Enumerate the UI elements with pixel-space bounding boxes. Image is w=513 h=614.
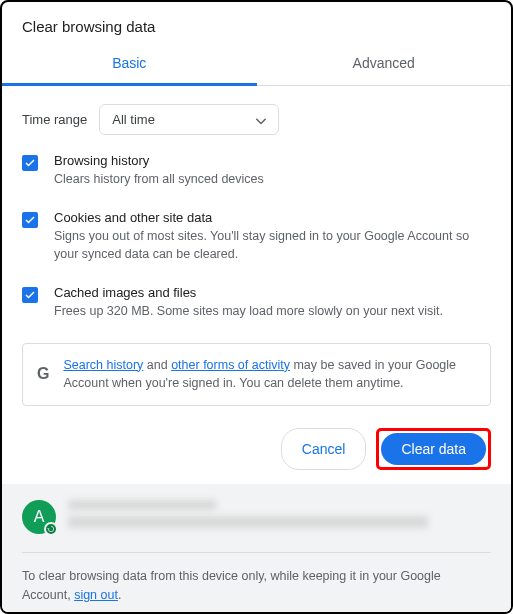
cancel-button[interactable]: Cancel [281,428,367,470]
caret-down-icon [256,112,266,127]
item-browsing-history: Browsing history Clears history from all… [22,153,491,188]
tab-basic[interactable]: Basic [2,43,257,86]
item-title: Cookies and other site data [54,210,491,225]
account-info-redacted [68,500,491,534]
item-cookies: Cookies and other site data Signs you ou… [22,210,491,263]
dialog-content: Time range All time Browsing history Cle… [2,86,511,406]
dialog-footer: A To clear browsing data from this devic… [2,484,511,614]
other-activity-link[interactable]: other forms of activity [171,358,290,372]
time-range-select[interactable]: All time [99,104,279,135]
checkbox-cookies[interactable] [22,212,38,228]
tab-advanced[interactable]: Advanced [257,43,512,85]
dialog-title: Clear browsing data [22,18,491,35]
item-text: Browsing history Clears history from all… [54,153,491,188]
time-range-row: Time range All time [22,104,491,135]
tab-bar: Basic Advanced [2,43,511,86]
dialog-header: Clear browsing data [2,2,511,43]
time-range-label: Time range [22,112,87,127]
time-range-value: All time [112,112,155,127]
item-desc: Signs you out of most sites. You'll stay… [54,227,491,263]
item-text: Cookies and other site data Signs you ou… [54,210,491,263]
dialog-actions: Cancel Clear data [2,406,511,484]
search-history-link[interactable]: Search history [63,358,143,372]
divider [22,552,491,553]
avatar-letter: A [34,508,45,526]
sign-out-link[interactable]: sign out [74,588,118,602]
highlight-annotation: Clear data [376,428,491,470]
clear-data-button[interactable]: Clear data [381,433,486,465]
item-desc: Frees up 320 MB. Some sites may load mor… [54,302,491,320]
sync-badge-icon [44,522,58,536]
item-text: Cached images and files Frees up 320 MB.… [54,285,491,320]
avatar: A [22,500,56,534]
checkbox-browsing-history[interactable] [22,155,38,171]
footer-text: To clear browsing data from this device … [22,567,491,605]
account-row: A [22,500,491,534]
item-cached: Cached images and files Frees up 320 MB.… [22,285,491,320]
google-account-notice: G Search history and other forms of acti… [22,343,491,407]
google-icon: G [37,362,49,386]
checkbox-cached[interactable] [22,287,38,303]
item-title: Cached images and files [54,285,491,300]
notice-text: Search history and other forms of activi… [63,356,476,394]
item-desc: Clears history from all synced devices [54,170,491,188]
item-title: Browsing history [54,153,491,168]
